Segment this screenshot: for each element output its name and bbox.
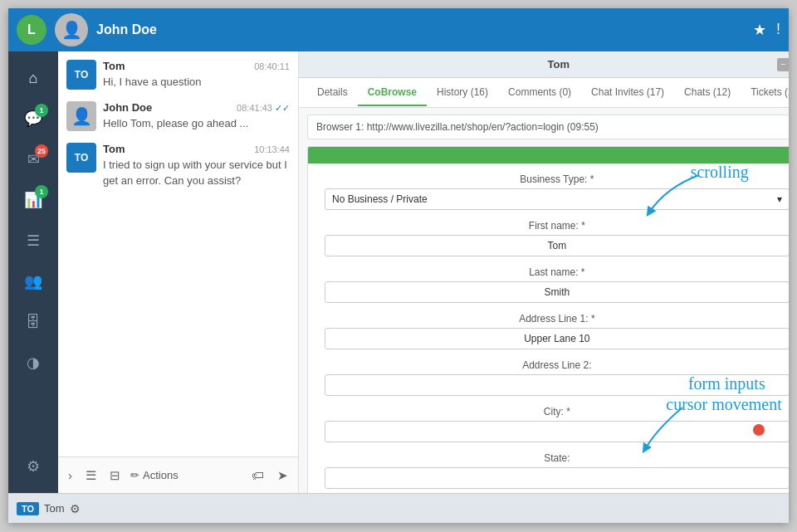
- label-address2: Address Line 2:: [325, 359, 789, 371]
- sidebar-item-database[interactable]: 🗄: [15, 304, 51, 340]
- msg-content-2: John Doe 08:41:43 ✓✓ Hello Tom, please g…: [103, 101, 290, 131]
- chat-toolbar: › ☰ ⊟ ✏ Actions 🏷 ➤: [58, 456, 298, 493]
- label-firstname: First name: *: [325, 220, 789, 232]
- browser-url: Browser 1: http://www.livezilla.net/shop…: [316, 121, 789, 133]
- chat-panel: TO Tom 08:40:11 Hi, I have a question 👤: [58, 51, 299, 493]
- cobrowse-content: Business Type: * No Business / Private ▾…: [299, 146, 789, 493]
- right-panel: Tom − ✕ Details CoBrowse History (16) Co…: [299, 51, 789, 493]
- select-dropdown-icon: ▾: [777, 193, 782, 205]
- input-city[interactable]: [325, 421, 789, 442]
- bottom-name: Tom: [44, 502, 65, 515]
- list-icon[interactable]: ☰: [82, 465, 100, 486]
- form-group-business-type: Business Type: * No Business / Private ▾: [325, 173, 789, 210]
- tab-details[interactable]: Details: [307, 80, 358, 106]
- label-lastname: Last name: *: [325, 266, 789, 278]
- input-address1[interactable]: [325, 328, 789, 349]
- sidebar: ⌂ 💬 1 ✉ 25 📊 1 ☰ 👥 🗄 ◑ ⚙: [8, 51, 58, 493]
- tab-chats[interactable]: Chats (12): [674, 80, 741, 106]
- msg-text-2: Hello Tom, please go ahead ...: [103, 116, 290, 131]
- sidebar-item-contacts[interactable]: 👥: [15, 263, 51, 300]
- tab-chat-invites[interactable]: Chat Invites (17): [581, 80, 674, 106]
- tag-icon[interactable]: 🏷: [248, 465, 267, 486]
- attachment-icon[interactable]: ⊟: [106, 465, 124, 486]
- window-title-bar: Tom − ✕: [299, 51, 789, 78]
- actions-button[interactable]: ✏ Actions: [130, 469, 178, 481]
- tab-bar: Details CoBrowse History (16) Comments (…: [299, 78, 789, 108]
- alert-icon[interactable]: !: [776, 21, 780, 39]
- header-logo: L: [17, 15, 46, 45]
- sidebar-item-reports[interactable]: 📊 1: [15, 182, 51, 218]
- form-panel-header: [308, 147, 789, 164]
- msg-name-1: Tom: [103, 60, 125, 72]
- chat-message-3: TO Tom 10:13:44 I tried to sign up with …: [66, 143, 290, 188]
- msg-checks: ✓✓: [275, 103, 290, 113]
- form-group-city: City: *: [325, 406, 789, 442]
- settings-icon: ⚙: [27, 457, 40, 476]
- form-group-address1: Address Line 1: *: [325, 313, 789, 349]
- app-container: L 👤 John Doe ★ ! ⌂ 💬 1 ✉ 25 📊 1 ☰: [8, 8, 789, 523]
- sidebar-item-mail[interactable]: ✉ 25: [15, 141, 51, 178]
- msg-avatar-3: TO: [66, 143, 96, 173]
- bottom-tag: TO: [17, 502, 39, 515]
- chat-message-1: TO Tom 08:40:11 Hi, I have a question: [66, 60, 290, 90]
- sidebar-item-chat[interactable]: 💬 1: [15, 100, 51, 137]
- sidebar-item-settings[interactable]: ⚙: [15, 448, 51, 485]
- msg-text-3: I tried to sign up with your service but…: [103, 158, 290, 188]
- msg-avatar-1: TO: [66, 60, 96, 90]
- window-title: Tom: [342, 58, 775, 71]
- minimize-button[interactable]: −: [777, 58, 789, 71]
- form-group-state: State:: [325, 452, 789, 489]
- select-business-value: No Business / Private: [332, 193, 428, 205]
- form-panel: Business Type: * No Business / Private ▾…: [307, 146, 789, 493]
- msg-header-3: Tom 10:13:44: [103, 143, 290, 155]
- window-controls: − ✕: [777, 58, 789, 71]
- send-icon[interactable]: ➤: [274, 465, 291, 486]
- sidebar-item-analytics[interactable]: ◑: [15, 344, 51, 381]
- sidebar-item-menu[interactable]: ☰: [15, 222, 51, 259]
- tab-history[interactable]: History (16): [427, 80, 498, 106]
- bottom-gear-icon[interactable]: ⚙: [70, 502, 81, 515]
- main-layout: ⌂ 💬 1 ✉ 25 📊 1 ☰ 👥 🗄 ◑ ⚙: [8, 51, 789, 493]
- chat-messages: TO Tom 08:40:11 Hi, I have a question 👤: [58, 51, 298, 456]
- msg-avatar-2: 👤: [66, 101, 96, 131]
- header-icons: ★ !: [753, 21, 780, 39]
- label-city: City: *: [325, 406, 789, 417]
- label-business-type: Business Type: *: [325, 173, 789, 185]
- bottom-bar: TO Tom ⚙: [8, 493, 789, 523]
- actions-label: Actions: [143, 469, 178, 481]
- msg-text-1: Hi, I have a question: [103, 75, 290, 90]
- top-header: L 👤 John Doe ★ !: [8, 8, 789, 51]
- label-state: State:: [325, 452, 789, 464]
- form-body: Business Type: * No Business / Private ▾…: [308, 164, 789, 493]
- msg-content-1: Tom 08:40:11 Hi, I have a question: [103, 60, 290, 90]
- reports-badge: 1: [35, 185, 48, 198]
- browser-bar: Browser 1: http://www.livezilla.net/shop…: [307, 115, 789, 139]
- tab-tickets[interactable]: Tickets (2): [741, 80, 789, 106]
- form-group-lastname: Last name: *: [325, 266, 789, 303]
- select-business-type[interactable]: No Business / Private ▾: [325, 188, 789, 210]
- star-icon[interactable]: ★: [753, 21, 766, 39]
- form-group-firstname: First name: *: [325, 220, 789, 256]
- actions-pen-icon: ✏: [130, 469, 139, 481]
- msg-time-1: 08:40:11: [254, 61, 290, 71]
- chat-badge: 1: [35, 104, 48, 117]
- msg-time-2: 08:41:43 ✓✓: [237, 103, 290, 114]
- msg-content-3: Tom 10:13:44 I tried to sign up with you…: [103, 143, 290, 188]
- msg-header-2: John Doe 08:41:43 ✓✓: [103, 101, 290, 114]
- input-firstname[interactable]: [325, 235, 789, 256]
- msg-name-3: Tom: [103, 143, 125, 155]
- chat-message-2: 👤 John Doe 08:41:43 ✓✓ Hello Tom, please…: [66, 101, 290, 131]
- mail-badge: 25: [35, 144, 48, 158]
- expand-icon[interactable]: ›: [65, 465, 76, 486]
- msg-header-1: Tom 08:40:11: [103, 60, 290, 72]
- tab-cobrowse[interactable]: CoBrowse: [358, 80, 427, 106]
- header-name: John Doe: [96, 22, 753, 37]
- header-avatar: 👤: [55, 13, 88, 46]
- msg-name-2: John Doe: [103, 101, 152, 114]
- input-lastname[interactable]: [325, 281, 789, 303]
- input-state[interactable]: [325, 467, 789, 489]
- tab-comments[interactable]: Comments (0): [498, 80, 581, 106]
- sidebar-item-home[interactable]: ⌂: [15, 60, 51, 96]
- form-group-address2: Address Line 2:: [325, 359, 789, 396]
- input-address2[interactable]: [325, 374, 789, 396]
